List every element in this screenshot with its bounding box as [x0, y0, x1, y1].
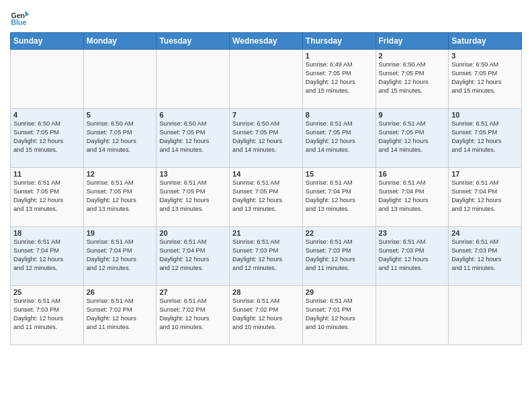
day-cell: 1Sunrise: 6:49 AM Sunset: 7:05 PM Daylig…: [302, 50, 375, 109]
day-number: 8: [306, 111, 373, 119]
header-day-wednesday: Wednesday: [230, 33, 303, 50]
day-cell: 2Sunrise: 6:50 AM Sunset: 7:05 PM Daylig…: [375, 50, 449, 109]
header-row: SundayMondayTuesdayWednesdayThursdayFrid…: [11, 33, 522, 50]
day-number: 15: [306, 170, 373, 178]
day-cell: 24Sunrise: 6:51 AM Sunset: 7:03 PM Dayli…: [449, 227, 522, 286]
day-cell: 5Sunrise: 6:50 AM Sunset: 7:05 PM Daylig…: [83, 109, 157, 168]
header-day-thursday: Thursday: [302, 33, 375, 50]
week-row-2: 11Sunrise: 6:51 AM Sunset: 7:05 PM Dayli…: [11, 168, 522, 227]
header-day-sunday: Sunday: [11, 33, 84, 50]
day-info: Sunrise: 6:49 AM Sunset: 7:05 PM Dayligh…: [306, 60, 373, 95]
day-info: Sunrise: 6:51 AM Sunset: 7:04 PM Dayligh…: [13, 238, 81, 273]
day-info: Sunrise: 6:50 AM Sunset: 7:05 PM Dayligh…: [13, 120, 81, 154]
week-row-0: 1Sunrise: 6:49 AM Sunset: 7:05 PM Daylig…: [11, 50, 522, 109]
day-info: Sunrise: 6:51 AM Sunset: 7:02 PM Dayligh…: [159, 297, 226, 332]
day-number: 21: [232, 229, 300, 237]
svg-text:Blue: Blue: [11, 18, 27, 26]
day-number: 11: [13, 170, 81, 178]
day-cell: 29Sunrise: 6:51 AM Sunset: 7:01 PM Dayli…: [302, 286, 375, 345]
day-cell: 4Sunrise: 6:50 AM Sunset: 7:05 PM Daylig…: [11, 109, 84, 168]
day-info: Sunrise: 6:51 AM Sunset: 7:05 PM Dayligh…: [379, 120, 446, 154]
day-info: Sunrise: 6:51 AM Sunset: 7:05 PM Dayligh…: [13, 179, 81, 214]
day-cell: 15Sunrise: 6:51 AM Sunset: 7:04 PM Dayli…: [302, 168, 375, 227]
logo: Gen Blue: [10, 7, 33, 27]
day-info: Sunrise: 6:51 AM Sunset: 7:05 PM Dayligh…: [232, 179, 300, 214]
day-number: 2: [379, 52, 446, 60]
header: Gen Blue: [10, 7, 522, 27]
day-number: 25: [13, 288, 81, 296]
day-cell: 11Sunrise: 6:51 AM Sunset: 7:05 PM Dayli…: [11, 168, 84, 227]
day-info: Sunrise: 6:50 AM Sunset: 7:05 PM Dayligh…: [232, 120, 300, 154]
day-cell: 16Sunrise: 6:51 AM Sunset: 7:04 PM Dayli…: [375, 168, 449, 227]
day-cell: 10Sunrise: 6:51 AM Sunset: 7:05 PM Dayli…: [449, 109, 522, 168]
day-number: 1: [306, 52, 373, 60]
day-cell: 6Sunrise: 6:50 AM Sunset: 7:05 PM Daylig…: [157, 109, 230, 168]
day-number: 16: [379, 170, 446, 178]
calendar-body: 1Sunrise: 6:49 AM Sunset: 7:05 PM Daylig…: [11, 50, 522, 345]
day-cell: [83, 50, 157, 109]
day-number: 27: [159, 288, 226, 296]
day-info: Sunrise: 6:51 AM Sunset: 7:04 PM Dayligh…: [87, 238, 154, 273]
day-number: 24: [451, 229, 519, 237]
day-cell: 14Sunrise: 6:51 AM Sunset: 7:05 PM Dayli…: [230, 168, 303, 227]
day-info: Sunrise: 6:51 AM Sunset: 7:02 PM Dayligh…: [87, 297, 154, 332]
day-cell: [11, 50, 84, 109]
day-cell: [449, 286, 522, 345]
day-cell: 25Sunrise: 6:51 AM Sunset: 7:03 PM Dayli…: [11, 286, 84, 345]
day-info: Sunrise: 6:51 AM Sunset: 7:03 PM Dayligh…: [306, 238, 373, 273]
week-row-3: 18Sunrise: 6:51 AM Sunset: 7:04 PM Dayli…: [11, 227, 522, 286]
day-number: 12: [87, 170, 154, 178]
day-number: 23: [379, 229, 446, 237]
day-cell: 18Sunrise: 6:51 AM Sunset: 7:04 PM Dayli…: [11, 227, 84, 286]
day-number: 7: [232, 111, 300, 119]
day-cell: 19Sunrise: 6:51 AM Sunset: 7:04 PM Dayli…: [83, 227, 157, 286]
header-day-friday: Friday: [375, 33, 449, 50]
day-info: Sunrise: 6:50 AM Sunset: 7:05 PM Dayligh…: [159, 120, 226, 154]
day-info: Sunrise: 6:51 AM Sunset: 7:05 PM Dayligh…: [159, 179, 226, 214]
page: Gen Blue SundayMondayTuesdayWednesdayThu…: [0, 0, 532, 411]
day-number: 6: [159, 111, 226, 119]
day-cell: 8Sunrise: 6:51 AM Sunset: 7:05 PM Daylig…: [302, 109, 375, 168]
day-cell: 3Sunrise: 6:50 AM Sunset: 7:05 PM Daylig…: [449, 50, 522, 109]
day-cell: 7Sunrise: 6:50 AM Sunset: 7:05 PM Daylig…: [230, 109, 303, 168]
day-cell: 27Sunrise: 6:51 AM Sunset: 7:02 PM Dayli…: [157, 286, 230, 345]
day-info: Sunrise: 6:50 AM Sunset: 7:05 PM Dayligh…: [379, 60, 446, 95]
day-cell: [230, 50, 303, 109]
day-cell: 21Sunrise: 6:51 AM Sunset: 7:03 PM Dayli…: [230, 227, 303, 286]
day-number: 29: [306, 288, 373, 296]
day-cell: 12Sunrise: 6:51 AM Sunset: 7:05 PM Dayli…: [83, 168, 157, 227]
day-cell: 22Sunrise: 6:51 AM Sunset: 7:03 PM Dayli…: [302, 227, 375, 286]
day-cell: 13Sunrise: 6:51 AM Sunset: 7:05 PM Dayli…: [157, 168, 230, 227]
day-info: Sunrise: 6:51 AM Sunset: 7:04 PM Dayligh…: [159, 238, 226, 273]
day-number: 28: [232, 288, 300, 296]
day-info: Sunrise: 6:51 AM Sunset: 7:03 PM Dayligh…: [379, 238, 446, 273]
day-cell: [375, 286, 449, 345]
day-info: Sunrise: 6:51 AM Sunset: 7:05 PM Dayligh…: [306, 120, 373, 154]
header-day-saturday: Saturday: [449, 33, 522, 50]
day-info: Sunrise: 6:50 AM Sunset: 7:05 PM Dayligh…: [451, 60, 519, 95]
day-number: 19: [87, 229, 154, 237]
calendar-header: SundayMondayTuesdayWednesdayThursdayFrid…: [11, 33, 522, 50]
day-info: Sunrise: 6:51 AM Sunset: 7:04 PM Dayligh…: [451, 179, 519, 214]
day-info: Sunrise: 6:51 AM Sunset: 7:04 PM Dayligh…: [379, 179, 446, 214]
week-row-4: 25Sunrise: 6:51 AM Sunset: 7:03 PM Dayli…: [11, 286, 522, 345]
day-info: Sunrise: 6:51 AM Sunset: 7:01 PM Dayligh…: [306, 297, 373, 332]
day-number: 18: [13, 229, 81, 237]
day-number: 3: [451, 52, 519, 60]
day-number: 10: [451, 111, 519, 119]
day-number: 20: [159, 229, 226, 237]
week-row-1: 4Sunrise: 6:50 AM Sunset: 7:05 PM Daylig…: [11, 109, 522, 168]
day-cell: [157, 50, 230, 109]
day-number: 17: [451, 170, 519, 178]
day-info: Sunrise: 6:51 AM Sunset: 7:03 PM Dayligh…: [232, 238, 300, 273]
logo-icon: Gen Blue: [10, 7, 30, 27]
day-info: Sunrise: 6:50 AM Sunset: 7:05 PM Dayligh…: [87, 120, 154, 154]
day-number: 13: [159, 170, 226, 178]
day-cell: 23Sunrise: 6:51 AM Sunset: 7:03 PM Dayli…: [375, 227, 449, 286]
day-info: Sunrise: 6:51 AM Sunset: 7:03 PM Dayligh…: [451, 238, 519, 273]
day-cell: 17Sunrise: 6:51 AM Sunset: 7:04 PM Dayli…: [449, 168, 522, 227]
day-number: 5: [87, 111, 154, 119]
day-cell: 20Sunrise: 6:51 AM Sunset: 7:04 PM Dayli…: [157, 227, 230, 286]
day-cell: 9Sunrise: 6:51 AM Sunset: 7:05 PM Daylig…: [375, 109, 449, 168]
day-info: Sunrise: 6:51 AM Sunset: 7:05 PM Dayligh…: [87, 179, 154, 214]
